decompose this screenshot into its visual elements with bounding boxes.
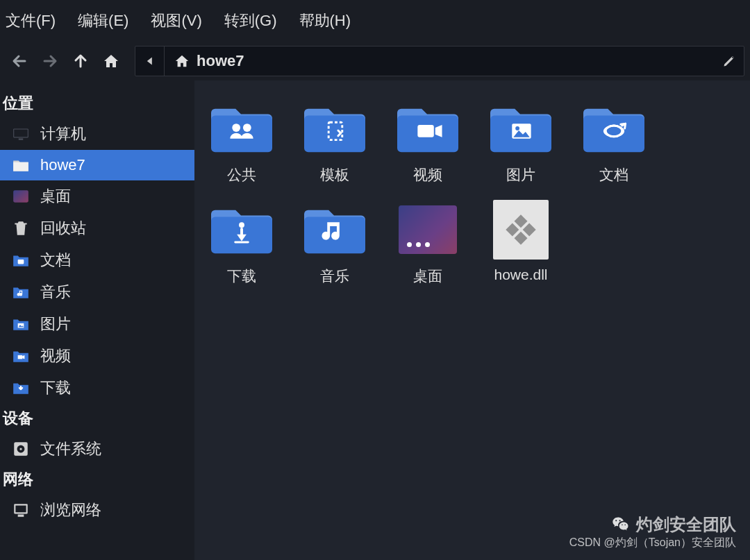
sidebar-item-pictures[interactable]: 图片 xyxy=(0,308,194,340)
sidebar-item-filesystem[interactable]: 文件系统 xyxy=(0,433,194,465)
sidebar-item-desktop[interactable]: 桌面 xyxy=(0,180,194,212)
file-item[interactable]: 桌面 xyxy=(388,203,468,286)
folder-downloads-icon xyxy=(11,378,31,398)
sidebar-section-devices: 设备 xyxy=(0,404,194,433)
svg-point-17 xyxy=(243,124,251,132)
sidebar-item-browse-network[interactable]: 浏览网络 xyxy=(0,494,194,526)
svg-rect-36 xyxy=(506,223,519,237)
folder-videos-icon xyxy=(11,346,31,366)
file-item[interactable]: 音乐 xyxy=(294,203,375,286)
network-icon xyxy=(11,500,31,520)
svg-rect-35 xyxy=(523,223,536,237)
file-label: howe.dll xyxy=(494,266,547,283)
arrow-up-icon xyxy=(72,53,89,69)
svg-rect-4 xyxy=(18,260,24,264)
svg-point-16 xyxy=(232,124,240,132)
folder-icon xyxy=(303,101,366,155)
desktop-thumbnail-icon xyxy=(397,203,459,257)
arrow-right-icon xyxy=(42,53,58,69)
svg-point-25 xyxy=(515,126,519,130)
folder-icon xyxy=(210,203,273,257)
file-item[interactable]: 视频 xyxy=(388,101,468,185)
path-history-button[interactable] xyxy=(135,46,165,76)
menu-go[interactable]: 转到(G) xyxy=(224,10,277,31)
sidebar-item-label: howe7 xyxy=(40,156,85,174)
folder-home-icon xyxy=(11,155,31,175)
sidebar-item-label: 下载 xyxy=(40,377,71,398)
menu-help[interactable]: 帮助(H) xyxy=(299,10,351,31)
back-button[interactable] xyxy=(6,47,33,75)
folder-icon xyxy=(303,203,366,257)
file-item[interactable]: 文档 xyxy=(574,101,654,185)
home-icon xyxy=(103,53,119,69)
file-label: 文档 xyxy=(599,165,628,185)
path-location[interactable]: howe7 xyxy=(165,52,253,70)
disk-icon xyxy=(11,439,31,459)
sidebar-section-places: 位置 xyxy=(0,89,194,118)
sidebar-item-label: 计算机 xyxy=(40,124,86,144)
path-bar: howe7 xyxy=(135,46,744,76)
svg-rect-15 xyxy=(211,115,272,152)
file-label: 桌面 xyxy=(413,266,442,286)
sidebar-item-music[interactable]: 音乐 xyxy=(0,276,194,308)
menu-edit[interactable]: 编辑(E) xyxy=(78,10,128,31)
file-label: 视频 xyxy=(413,165,442,185)
path-text: howe7 xyxy=(197,52,244,70)
pencil-icon xyxy=(722,54,736,68)
svg-point-30 xyxy=(239,222,244,228)
svg-rect-2 xyxy=(19,139,24,140)
svg-rect-13 xyxy=(15,506,26,513)
up-button[interactable] xyxy=(67,47,94,75)
toolbar: howe7 xyxy=(0,42,750,80)
sidebar-item-label: 文件系统 xyxy=(40,439,101,459)
svg-rect-7 xyxy=(18,355,23,359)
home-button[interactable] xyxy=(97,47,125,75)
folder-icon xyxy=(397,101,459,155)
forward-button[interactable] xyxy=(36,47,64,75)
sidebar-item-trash[interactable]: 回收站 xyxy=(0,212,194,244)
arrow-left-icon xyxy=(11,53,28,69)
file-item[interactable]: 公共 xyxy=(201,101,282,185)
svg-point-11 xyxy=(19,448,22,450)
file-label: 图片 xyxy=(506,165,535,185)
file-label: 下载 xyxy=(227,266,256,286)
folder-pictures-icon xyxy=(11,314,31,334)
menu-view[interactable]: 视图(V) xyxy=(151,10,201,31)
svg-rect-34 xyxy=(515,214,528,228)
sidebar-section-network: 网络 xyxy=(0,465,194,494)
folder-icon xyxy=(210,101,273,155)
file-view[interactable]: 公共 模板 视频 图片 文档 下载 音乐桌面howe.dll xyxy=(194,80,750,560)
triangle-left-icon xyxy=(145,56,155,66)
trash-icon xyxy=(11,219,31,238)
file-item[interactable]: 图片 xyxy=(481,101,561,185)
file-label: 音乐 xyxy=(320,266,349,286)
sidebar-item-label: 回收站 xyxy=(40,218,86,239)
sidebar: 位置 计算机 howe7 桌面 回收站 xyxy=(0,80,194,560)
desktop-icon xyxy=(11,187,31,206)
sidebar-item-label: 音乐 xyxy=(40,282,71,303)
sidebar-item-videos[interactable]: 视频 xyxy=(0,340,194,372)
svg-rect-14 xyxy=(18,515,24,517)
file-item[interactable]: howe.dll xyxy=(481,203,561,286)
sidebar-item-downloads[interactable]: 下载 xyxy=(0,372,194,404)
file-label: 公共 xyxy=(227,165,256,185)
svg-rect-5 xyxy=(18,323,24,328)
sidebar-item-label: 桌面 xyxy=(40,186,71,207)
computer-icon xyxy=(11,124,31,144)
svg-rect-32 xyxy=(234,241,249,244)
folder-documents-icon xyxy=(11,251,31,270)
file-item[interactable]: 下载 xyxy=(201,203,282,286)
folder-icon xyxy=(490,101,552,155)
dll-file-icon xyxy=(490,203,552,257)
sidebar-item-documents[interactable]: 文档 xyxy=(0,244,194,276)
menu-file[interactable]: 文件(F) xyxy=(6,10,56,31)
file-item[interactable]: 模板 xyxy=(294,101,375,185)
file-label: 模板 xyxy=(320,165,349,185)
svg-rect-37 xyxy=(515,232,528,245)
path-edit-button[interactable] xyxy=(715,46,744,76)
svg-rect-1 xyxy=(14,130,28,137)
sidebar-item-computer[interactable]: 计算机 xyxy=(0,118,194,150)
home-icon xyxy=(174,53,190,69)
folder-icon xyxy=(583,101,645,155)
sidebar-item-home[interactable]: howe7 xyxy=(0,150,194,180)
